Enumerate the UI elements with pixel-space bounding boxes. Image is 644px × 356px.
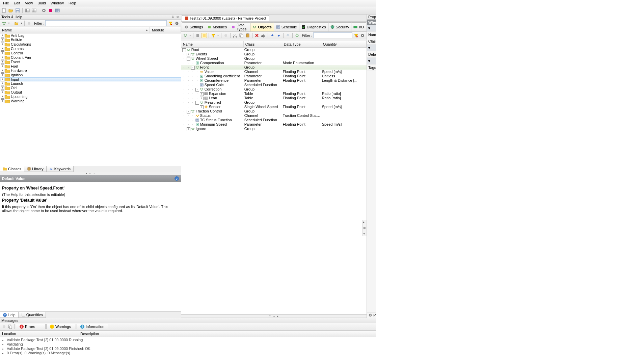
- expand-icon[interactable]: +: [200, 92, 204, 96]
- col-name[interactable]: Name▴: [0, 27, 150, 33]
- obj-filter-close-icon[interactable]: [360, 33, 365, 38]
- objects-filter-input[interactable]: [313, 32, 352, 38]
- expand-icon[interactable]: -: [191, 66, 195, 70]
- object-tree-row[interactable]: ···StatusChannelTraction Control Status …: [181, 113, 367, 118]
- class-tree-item[interactable]: +Hardware: [0, 69, 181, 73]
- expand-icon[interactable]: -: [187, 110, 190, 113]
- col-module[interactable]: Module: [150, 27, 181, 33]
- link-icon[interactable]: [285, 33, 291, 38]
- save-icon[interactable]: [15, 8, 20, 13]
- expand-icon[interactable]: +: [187, 53, 190, 56]
- msg-col-location[interactable]: Location: [0, 331, 78, 337]
- object-tree-row[interactable]: ····Smoothing coefficientParameterFloati…: [181, 74, 367, 78]
- expand-icon[interactable]: +: [1, 34, 4, 37]
- help-icon[interactable]: ?: [175, 176, 179, 181]
- expand-icon[interactable]: -: [195, 101, 199, 105]
- tab-settings[interactable]: Settings: [182, 22, 206, 31]
- tab-objects[interactable]: Objects: [250, 22, 274, 31]
- object-tree-row[interactable]: ····+LeanTableFloating PointRatio [ratio…: [181, 96, 367, 100]
- prop-group-2[interactable]: ▾: [367, 45, 376, 51]
- warnings-button[interactable]: !Warnings: [46, 324, 76, 329]
- expand-icon[interactable]: +: [1, 69, 4, 73]
- prop-name[interactable]: Name: [367, 32, 376, 38]
- object-tree-row[interactable]: ····+ExpansionTableFloating PointRatio […: [181, 92, 367, 96]
- expand-icon[interactable]: +: [1, 95, 4, 99]
- expand-icon[interactable]: +: [200, 97, 204, 100]
- open-item-icon[interactable]: [14, 21, 19, 26]
- expand-icon[interactable]: +: [1, 56, 4, 59]
- expand-icon[interactable]: +: [1, 91, 4, 94]
- object-tree-row[interactable]: ····+SensorSingle Wheel SpeedFloating Po…: [181, 105, 367, 109]
- tools-filter-input[interactable]: [45, 20, 166, 26]
- msg-col-description[interactable]: Description: [78, 331, 376, 337]
- obj-clear-filter-icon[interactable]: [353, 33, 359, 38]
- expand-icon[interactable]: +: [1, 43, 4, 46]
- object-tree-row[interactable]: ···-CorrectionGroup: [181, 87, 367, 92]
- copy-icon[interactable]: [239, 33, 244, 38]
- open-file-icon[interactable]: [8, 8, 14, 13]
- obj-col-datatype[interactable]: Data Type: [282, 41, 321, 47]
- left-collapse-bar[interactable]: ▾▭▴: [0, 172, 181, 175]
- object-tree-row[interactable]: ·+IgnoreGroup: [181, 127, 367, 131]
- class-tree-item[interactable]: +Ignition: [0, 73, 181, 77]
- msg-copy-icon[interactable]: [7, 324, 13, 329]
- menu-build[interactable]: Build: [35, 0, 48, 6]
- msg-tool-1[interactable]: [1, 324, 7, 329]
- tab-quantities[interactable]: Quantities: [18, 312, 46, 318]
- prop-default[interactable]: Defaul: [367, 51, 376, 58]
- refresh-icon[interactable]: [294, 33, 300, 38]
- message-item[interactable]: Validate Package Test [2] 01.09.0000 Fin…: [7, 347, 375, 351]
- expand-icon[interactable]: -: [187, 57, 190, 61]
- message-item[interactable]: 0 Error(s), 0 Warning(s), 0 Message(s): [7, 351, 375, 355]
- expand-icon[interactable]: +: [1, 86, 4, 90]
- object-tree-row[interactable]: ····Speed CalcScheduled Function: [181, 83, 367, 87]
- tab-modules[interactable]: Modules: [205, 22, 229, 31]
- expand-icon[interactable]: +: [200, 105, 204, 109]
- close-icon[interactable]: ✕: [176, 15, 180, 19]
- mid-collapse-bar[interactable]: ▾▭▴: [181, 314, 367, 318]
- obj-col-quantity[interactable]: Quantity: [321, 41, 367, 47]
- expand-icon[interactable]: +: [1, 47, 4, 51]
- tab-help[interactable]: ?Help: [0, 312, 19, 318]
- tab-io[interactable]: I/O: [351, 22, 366, 31]
- expand-icon[interactable]: -: [195, 88, 199, 92]
- expand-icon[interactable]: +: [1, 99, 4, 103]
- object-tree-row[interactable]: ····CircumferenceParameterFloating Point…: [181, 78, 367, 83]
- toolbar-icon-1[interactable]: [25, 8, 30, 13]
- expand-icon[interactable]: +: [187, 127, 190, 131]
- expand-icon[interactable]: +: [1, 38, 4, 42]
- prop-tags[interactable]: Tags: [367, 65, 376, 71]
- obj-list-icon[interactable]: [195, 33, 200, 38]
- properties-bottom-tab[interactable]: P: [367, 312, 376, 318]
- class-tree-item[interactable]: +Fuel: [0, 64, 181, 69]
- tab-keywords[interactable]: Keywords: [46, 166, 74, 172]
- move-up-icon[interactable]: [270, 33, 275, 38]
- object-tree-row[interactable]: ···Minimum SpeedParameterFloating PointS…: [181, 122, 367, 127]
- delete-icon[interactable]: [254, 33, 260, 38]
- object-tree-row[interactable]: ···CompensationParameterMode Enumeration: [181, 61, 367, 65]
- toolbar-icon-3[interactable]: [41, 8, 47, 13]
- menu-file[interactable]: File: [1, 0, 11, 6]
- obj-tree-icon[interactable]: [183, 33, 188, 38]
- filter-close-icon[interactable]: [174, 21, 180, 26]
- class-tree-item[interactable]: +Launch: [0, 81, 181, 86]
- object-tree-row[interactable]: ··-FrontGroup: [181, 65, 367, 70]
- class-tree-item[interactable]: +Anti Lag: [0, 33, 181, 38]
- toolbar-icon-4[interactable]: [48, 8, 53, 13]
- obj-col-name[interactable]: Name: [181, 41, 244, 47]
- class-tree-item[interactable]: +Old: [0, 86, 181, 90]
- object-tree-row[interactable]: ·+EventsGroup: [181, 52, 367, 56]
- information-button[interactable]: iInformation: [77, 324, 108, 329]
- object-tree-row[interactable]: ····ValueChannelFloating PointSpeed [m/s…: [181, 70, 367, 74]
- class-tree-item[interactable]: +Coolant Fan: [0, 55, 181, 60]
- expand-icon[interactable]: +: [1, 73, 4, 77]
- tab-security[interactable]: Security: [328, 22, 352, 31]
- cut-icon[interactable]: [232, 33, 238, 38]
- obj-funnel-icon[interactable]: [211, 33, 216, 38]
- menu-view[interactable]: View: [23, 0, 35, 6]
- object-tree-row[interactable]: ·-Wheel SpeedGroup: [181, 56, 367, 61]
- menu-help[interactable]: Help: [66, 0, 79, 6]
- tab-classes[interactable]: Classes: [0, 166, 24, 172]
- prop-group-3[interactable]: ▾: [367, 58, 376, 65]
- errors-button[interactable]: !Errors: [16, 324, 46, 329]
